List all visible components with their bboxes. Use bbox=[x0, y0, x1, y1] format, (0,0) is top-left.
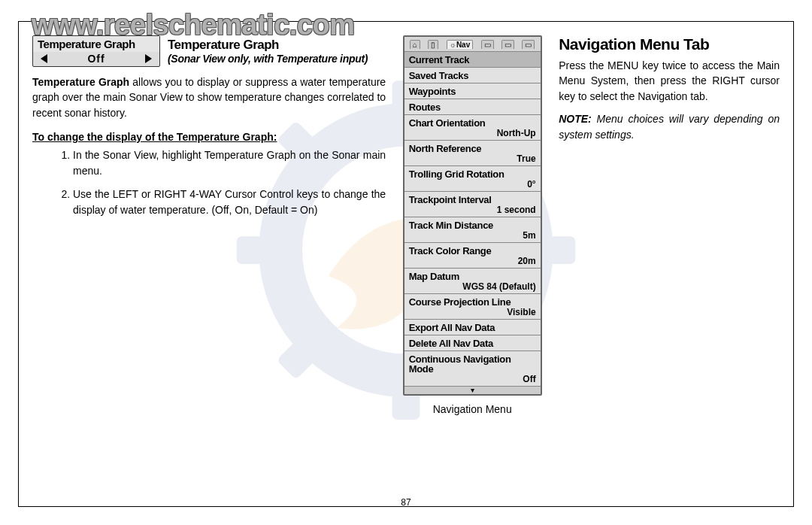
scroll-down-icon: ▾ bbox=[404, 386, 541, 394]
nav-tabs: ⌂ ▯ ☼Nav ▭ ▭ ▭ bbox=[404, 37, 541, 52]
note-paragraph: NOTE: Menu choices will vary depending o… bbox=[559, 111, 780, 143]
tab-nav: ☼Nav bbox=[447, 40, 474, 49]
nav-item-value: WGS 84 (Default) bbox=[409, 282, 536, 291]
nav-item-value: Visible bbox=[409, 308, 536, 317]
tab-icon: ▭ bbox=[501, 40, 514, 49]
nav-item-label: Saved Tracks bbox=[409, 71, 536, 80]
nav-menu-item: Export All Nav Data bbox=[404, 320, 541, 335]
nav-item-value: 20m bbox=[409, 256, 536, 266]
nav-menu-item: Waypoints bbox=[404, 83, 541, 99]
intro-paragraph: Temperature Graph allows you to display … bbox=[32, 74, 386, 120]
nav-menu-item: Delete All Nav Data bbox=[404, 335, 541, 351]
nav-item-label: Waypoints bbox=[409, 86, 536, 96]
nav-menu-item: Course Projection LineVisible bbox=[404, 294, 541, 320]
nav-item-label: Current Track bbox=[409, 55, 536, 65]
nav-item-label: Chart Orientation bbox=[409, 118, 536, 128]
nav-menu-item: Track Min Distance5m bbox=[404, 217, 541, 243]
nav-item-label: Map Datum bbox=[409, 272, 536, 281]
procedure-heading: To change the display of the Temperature… bbox=[32, 131, 386, 143]
nav-item-label: Export All Nav Data bbox=[409, 323, 536, 332]
nav-item-label: Continuous Navigation Mode bbox=[409, 354, 536, 374]
nav-item-label: Course Projection Line bbox=[409, 297, 536, 307]
list-item: In the Sonar View, highlight Temperature… bbox=[73, 147, 386, 179]
list-item: Use the LEFT or RIGHT 4-WAY Cursor Contr… bbox=[73, 187, 386, 218]
nav-menu-item: Current Track bbox=[404, 52, 541, 68]
nav-item-value: 1 second bbox=[409, 205, 536, 214]
right-column: Navigation Menu Tab Press the MENU key t… bbox=[559, 35, 780, 497]
widget-value: Off bbox=[87, 53, 105, 65]
tab-icon: ▯ bbox=[428, 40, 438, 49]
nav-item-label: Track Min Distance bbox=[409, 220, 536, 230]
procedure-steps: In the Sonar View, highlight Temperature… bbox=[32, 147, 386, 218]
nav-item-label: Delete All Nav Data bbox=[409, 338, 536, 348]
nav-menu-item: Track Color Range20m bbox=[404, 243, 541, 269]
tab-icon: ▭ bbox=[481, 40, 494, 49]
note-lead: NOTE: bbox=[559, 113, 592, 125]
intro-lead: Temperature Graph bbox=[32, 76, 129, 88]
section-title: Temperature Graph bbox=[168, 38, 368, 53]
temperature-graph-widget: Temperature Graph Off bbox=[32, 35, 160, 67]
page-frame: Temperature Graph Off Temperature Graph … bbox=[18, 21, 794, 507]
page-number: 87 bbox=[401, 497, 411, 508]
nav-menu-item: Map DatumWGS 84 (Default) bbox=[404, 269, 541, 294]
nav-item-label: Routes bbox=[409, 102, 536, 112]
nav-menu-item: Trolling Grid Rotation0° bbox=[404, 166, 541, 192]
nav-item-label: Trackpoint Interval bbox=[409, 195, 536, 205]
nav-menu-item: Continuous Navigation ModeOff bbox=[404, 351, 541, 386]
page-title: Navigation Menu Tab bbox=[559, 35, 780, 53]
nav-menu-item: North ReferenceTrue bbox=[404, 141, 541, 166]
nav-item-value: 5m bbox=[409, 231, 536, 240]
left-column: Temperature Graph Off Temperature Graph … bbox=[32, 35, 386, 497]
section-subtitle: (Sonar View only, with Temperature input… bbox=[168, 53, 368, 65]
chevron-right-icon[interactable] bbox=[145, 54, 152, 63]
widget-title: Temperature Graph bbox=[33, 36, 159, 52]
nav-menu-item: Saved Tracks bbox=[404, 68, 541, 83]
nav-item-label: Track Color Range bbox=[409, 246, 536, 256]
nav-menu-item: Chart OrientationNorth-Up bbox=[404, 115, 541, 141]
nav-item-value: Off bbox=[409, 375, 536, 384]
right-body: Press the MENU key twice to access the M… bbox=[559, 58, 780, 104]
nav-item-value: North-Up bbox=[409, 129, 536, 138]
note-rest: Menu choices will vary depending on syst… bbox=[559, 113, 780, 141]
nav-item-label: North Reference bbox=[409, 144, 536, 153]
navigation-menu-screenshot: ⌂ ▯ ☼Nav ▭ ▭ ▭ Current TrackSaved Tracks… bbox=[403, 35, 542, 396]
nav-menu-item: Trackpoint Interval1 second bbox=[404, 192, 541, 217]
nav-item-value: 0° bbox=[409, 180, 536, 189]
nav-item-label: Trolling Grid Rotation bbox=[409, 169, 536, 179]
tab-icon: ⌂ bbox=[410, 40, 420, 49]
nav-item-value: True bbox=[409, 154, 536, 163]
chevron-left-icon[interactable] bbox=[41, 54, 47, 63]
middle-column: ⌂ ▯ ☼Nav ▭ ▭ ▭ Current TrackSaved Tracks… bbox=[402, 35, 542, 497]
figure-caption: Navigation Menu bbox=[433, 403, 512, 415]
nav-menu-item: Routes bbox=[404, 99, 541, 115]
tab-icon: ▭ bbox=[522, 40, 535, 49]
